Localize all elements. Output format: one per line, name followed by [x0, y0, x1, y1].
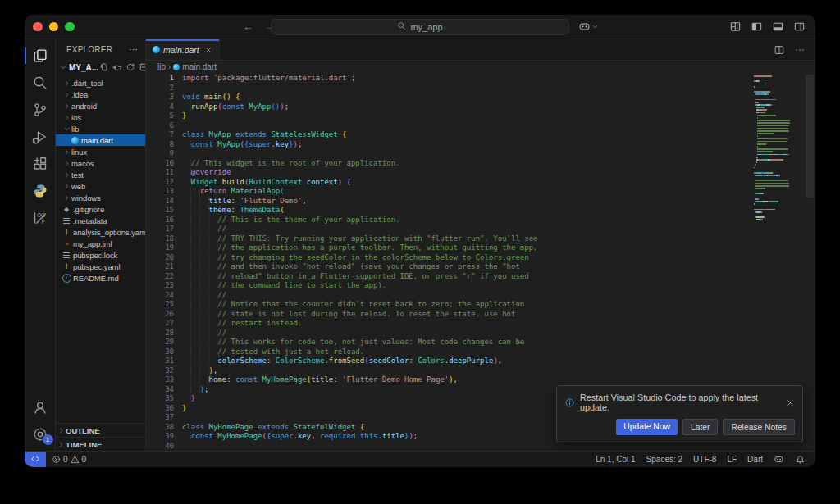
tree-item-metadata[interactable]: .metadata: [56, 215, 145, 226]
release-notes-button[interactable]: Release Notes: [723, 419, 795, 435]
activity-item-accounts[interactable]: [25, 393, 56, 420]
code-line-2[interactable]: 2: [146, 84, 753, 93]
code-line-24[interactable]: 24 //: [146, 291, 753, 301]
activity-item-source-control[interactable]: [25, 96, 56, 123]
code-line-9[interactable]: 9: [146, 149, 753, 159]
tree-item-android[interactable]: android: [56, 100, 145, 111]
code-line-19[interactable]: 19 // the application has a purple toolb…: [146, 243, 753, 253]
eol[interactable]: LF: [727, 455, 737, 464]
explorer-more-icon[interactable]: [128, 44, 139, 55]
activity-item-python[interactable]: [25, 177, 56, 204]
tree-item-readme-md[interactable]: README.md: [56, 272, 145, 284]
code-line-31[interactable]: 31 colorScheme: ColorScheme.fromSeed(see…: [146, 356, 753, 366]
code-line-33[interactable]: 33 home: const MyHomePage(title: 'Flutte…: [146, 375, 753, 385]
tree-item-lib[interactable]: lib: [56, 123, 145, 134]
close-notification-icon[interactable]: [786, 398, 795, 407]
code-line-32[interactable]: 32 ),: [146, 366, 753, 376]
section-timeline[interactable]: TIMELINE: [56, 437, 145, 451]
code-line-16[interactable]: 16 // This is the theme of your applicat…: [146, 216, 753, 225]
close-window-button[interactable]: [33, 22, 43, 32]
code-line-7[interactable]: 7class MyApp extends StatelessWidget {: [146, 130, 753, 140]
workspace-section-header[interactable]: MY_A...: [56, 59, 145, 75]
activity-item-run-debug[interactable]: [25, 123, 56, 150]
new-file-icon[interactable]: [99, 62, 109, 72]
encoding[interactable]: UTF-8: [693, 455, 716, 464]
panel-left-icon[interactable]: [751, 20, 763, 33]
activity-item-settings[interactable]: 1: [25, 420, 56, 447]
activity-item-extensions[interactable]: [25, 150, 56, 177]
section-outline[interactable]: OUTLINE: [56, 423, 145, 437]
refresh-icon[interactable]: [126, 62, 135, 72]
new-folder-icon[interactable]: [112, 62, 122, 72]
collapse-icon[interactable]: [139, 62, 146, 72]
scrollbar-slider[interactable]: [806, 75, 814, 198]
cursor-position[interactable]: Ln 1, Col 1: [596, 455, 635, 464]
tree-item-my-app-iml[interactable]: my_app.iml: [56, 238, 145, 249]
indentation[interactable]: Spaces: 2: [646, 455, 682, 464]
tree-item-web[interactable]: web: [56, 180, 145, 192]
tree-item-windows[interactable]: windows: [56, 192, 145, 203]
code-line-8[interactable]: 8 const MyApp({super.key});: [146, 140, 753, 150]
split-editor-icon[interactable]: [774, 44, 785, 56]
tree-item-analysis-options-yaml[interactable]: analysis_options.yaml: [56, 226, 145, 238]
code-line-13[interactable]: 13 return MaterialApp(: [146, 187, 753, 197]
code-line-4[interactable]: 4 runApp(const MyApp());: [146, 102, 753, 112]
layout-customize-icon[interactable]: [729, 20, 742, 33]
zoom-window-button[interactable]: [65, 22, 75, 32]
close-tab-icon[interactable]: [204, 46, 212, 54]
update-now-button[interactable]: Update Now: [616, 419, 678, 435]
code-line-20[interactable]: 20 // try changing the seedColor in the …: [146, 253, 753, 263]
tree-item-dart-tool[interactable]: .dart_tool: [56, 77, 145, 89]
tree-item-main-dart[interactable]: main.dart: [56, 134, 145, 146]
code-line-10[interactable]: 10 // This widget is the root of your ap…: [146, 159, 753, 169]
tree-item-gitignore[interactable]: .gitignore: [56, 203, 145, 215]
code-line-18[interactable]: 18 // TRY THIS: Try running your applica…: [146, 234, 753, 244]
code-line-21[interactable]: 21 // and then invoke "hot reload" (save…: [146, 262, 753, 272]
code-line-5[interactable]: 5}: [146, 111, 753, 121]
panel-right-icon[interactable]: [793, 20, 806, 33]
copilot-icon[interactable]: [774, 454, 784, 465]
code-line-3[interactable]: 3void main() {: [146, 93, 753, 102]
more-actions-icon[interactable]: [794, 44, 806, 56]
minimap[interactable]: [754, 75, 803, 222]
editor-scrollbar[interactable]: [804, 73, 815, 451]
tree-item-linux[interactable]: linux: [56, 146, 145, 157]
code-line-17[interactable]: 17 //: [146, 225, 753, 234]
code-line-15[interactable]: 15 theme: ThemeData(: [146, 206, 753, 216]
back-icon[interactable]: ←: [243, 20, 253, 33]
code-line-6[interactable]: 6: [146, 121, 753, 131]
tree-item-test[interactable]: test: [56, 169, 145, 180]
tree-item-pubspec-yaml[interactable]: pubspec.yaml: [56, 261, 145, 272]
code-line-25[interactable]: 25 // Notice that the counter didn't res…: [146, 300, 753, 310]
tree-item-ios[interactable]: ios: [56, 111, 145, 123]
panel-bottom-icon[interactable]: [772, 20, 784, 33]
language-mode[interactable]: Dart: [747, 455, 763, 464]
remote-indicator[interactable]: [25, 452, 46, 467]
tree-item-pubspec-lock[interactable]: pubspec.lock: [56, 249, 145, 261]
code-line-23[interactable]: 23 // the command line to start the app)…: [146, 281, 753, 291]
tree-item-idea[interactable]: .idea: [56, 89, 145, 100]
activity-item-search[interactable]: [25, 69, 56, 96]
breadcrumb-item-lib[interactable]: lib: [158, 62, 166, 71]
tree-item-macos[interactable]: macos: [56, 157, 145, 169]
code-line-30[interactable]: 30 // tested with just a hot reload.: [146, 347, 753, 357]
copilot-menu[interactable]: [578, 20, 599, 33]
bell-icon[interactable]: [795, 454, 806, 465]
code-line-22[interactable]: 22 // reload" button in a Flutter-suppor…: [146, 272, 753, 282]
code-line-14[interactable]: 14 title: 'Flutter Demo',: [146, 197, 753, 207]
command-center-search[interactable]: my_app: [271, 19, 569, 35]
code-line-27[interactable]: 27 // restart instead.: [146, 319, 753, 329]
activity-item-explorer[interactable]: [25, 42, 56, 69]
code-line-11[interactable]: 11 @override: [146, 168, 753, 178]
tab-main-dart[interactable]: main.dart: [146, 39, 220, 60]
code-line-26[interactable]: 26 // state is not lost during the reloa…: [146, 310, 753, 320]
code-line-1[interactable]: 1import 'package:flutter/material.dart';: [146, 74, 753, 84]
problems-status[interactable]: 0 0: [46, 455, 86, 464]
code-line-29[interactable]: 29 // This works for code too, not just …: [146, 338, 753, 347]
activity-item-ocp[interactable]: OCP: [25, 204, 56, 231]
later-button[interactable]: Later: [682, 419, 718, 435]
minimize-window-button[interactable]: [49, 22, 59, 32]
code-line-28[interactable]: 28 //: [146, 329, 753, 338]
breadcrumb-item-main-dart[interactable]: main.dart: [173, 62, 217, 71]
code-line-12[interactable]: 12 Widget build(BuildContext context) {: [146, 178, 753, 188]
